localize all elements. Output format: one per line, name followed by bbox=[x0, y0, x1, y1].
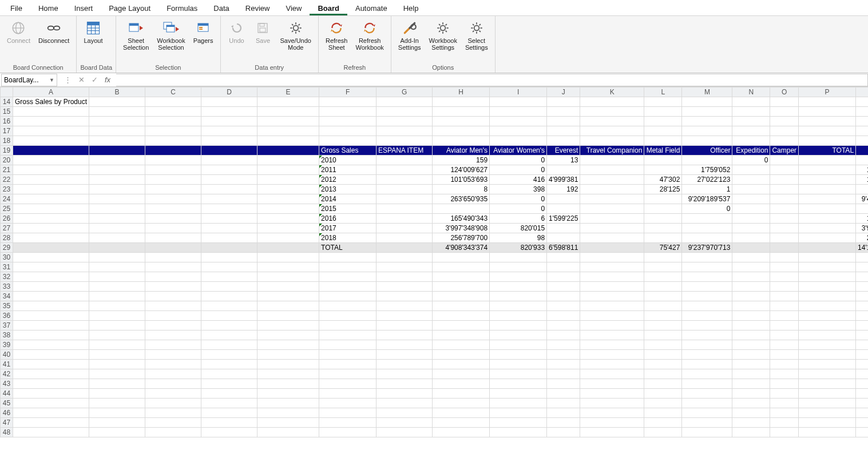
cell-K48[interactable] bbox=[580, 428, 644, 437]
cell-P37[interactable] bbox=[799, 321, 856, 330]
cell-Q47[interactable] bbox=[856, 418, 868, 428]
cell-Q23[interactable]: 28'723 bbox=[856, 185, 868, 194]
cell-A33[interactable] bbox=[13, 282, 89, 292]
cell-G28[interactable] bbox=[376, 233, 433, 243]
cell-J38[interactable] bbox=[547, 330, 580, 340]
cell-M29[interactable]: 9'237'970'713 bbox=[682, 243, 732, 253]
cell-K14[interactable] bbox=[580, 97, 644, 107]
cell-G33[interactable] bbox=[376, 282, 433, 292]
cell-D24[interactable] bbox=[201, 194, 257, 204]
cell-E48[interactable] bbox=[257, 428, 319, 437]
cell-M19[interactable]: Officer bbox=[682, 146, 732, 156]
cell-L31[interactable] bbox=[644, 262, 682, 272]
cell-M46[interactable] bbox=[682, 408, 732, 418]
refresh-workbook-button[interactable]: Refresh Workbook bbox=[352, 18, 387, 52]
cell-L48[interactable] bbox=[644, 428, 682, 437]
cell-O28[interactable] bbox=[770, 233, 799, 243]
cell-H42[interactable] bbox=[433, 369, 490, 379]
cell-L39[interactable] bbox=[644, 340, 682, 350]
cell-N28[interactable] bbox=[732, 233, 770, 243]
cell-P45[interactable] bbox=[799, 399, 856, 408]
cell-L16[interactable] bbox=[644, 117, 682, 126]
cell-H44[interactable] bbox=[433, 389, 490, 399]
cell-O41[interactable] bbox=[770, 360, 799, 369]
cell-D37[interactable] bbox=[201, 321, 257, 330]
cell-C15[interactable] bbox=[145, 107, 201, 117]
cell-F41[interactable] bbox=[319, 360, 376, 369]
cell-C36[interactable] bbox=[145, 311, 201, 321]
cell-O14[interactable] bbox=[770, 97, 799, 107]
disconnect-button[interactable]: Disconnect bbox=[35, 18, 73, 46]
row-header-20[interactable]: 20 bbox=[1, 156, 13, 165]
cell-F45[interactable] bbox=[319, 399, 376, 408]
cell-O36[interactable] bbox=[770, 311, 799, 321]
cell-A19[interactable] bbox=[13, 146, 89, 156]
cell-I43[interactable] bbox=[490, 379, 547, 389]
cell-K27[interactable] bbox=[580, 224, 644, 233]
cell-E38[interactable] bbox=[257, 330, 319, 340]
cell-M38[interactable] bbox=[682, 330, 732, 340]
cell-K15[interactable] bbox=[580, 107, 644, 117]
cell-B18[interactable] bbox=[89, 136, 145, 146]
cell-L30[interactable] bbox=[644, 253, 682, 262]
cell-D21[interactable] bbox=[201, 165, 257, 175]
cell-I23[interactable]: 398 bbox=[490, 185, 547, 194]
sheet-selection-button[interactable]: Sheet Selection bbox=[120, 18, 152, 52]
cell-Q24[interactable]: 9'472'840'472 bbox=[856, 194, 868, 204]
cell-J20[interactable]: 13 bbox=[547, 156, 580, 165]
cell-L18[interactable] bbox=[644, 136, 682, 146]
cell-A30[interactable] bbox=[13, 253, 89, 262]
cell-J25[interactable] bbox=[547, 204, 580, 214]
cell-K38[interactable] bbox=[580, 330, 644, 340]
cell-C16[interactable] bbox=[145, 117, 201, 126]
cell-F36[interactable] bbox=[319, 311, 376, 321]
cell-L40[interactable] bbox=[644, 350, 682, 360]
cell-H32[interactable] bbox=[433, 272, 490, 282]
cell-O34[interactable] bbox=[770, 292, 799, 301]
cell-I37[interactable] bbox=[490, 321, 547, 330]
cell-E42[interactable] bbox=[257, 369, 319, 379]
cell-K45[interactable] bbox=[580, 399, 644, 408]
cell-E32[interactable] bbox=[257, 272, 319, 282]
cell-M23[interactable]: 1 bbox=[682, 185, 732, 194]
cell-P28[interactable] bbox=[799, 233, 856, 243]
cell-N30[interactable] bbox=[732, 253, 770, 262]
row-header-16[interactable]: 16 bbox=[1, 117, 13, 126]
cell-J16[interactable] bbox=[547, 117, 580, 126]
cell-B40[interactable] bbox=[89, 350, 145, 360]
cell-G29[interactable] bbox=[376, 243, 433, 253]
cell-I20[interactable]: 0 bbox=[490, 156, 547, 165]
cell-L22[interactable]: 47'302 bbox=[644, 175, 682, 185]
cell-G31[interactable] bbox=[376, 262, 433, 272]
cell-B22[interactable] bbox=[89, 175, 145, 185]
cell-O37[interactable] bbox=[770, 321, 799, 330]
cell-O16[interactable] bbox=[770, 117, 799, 126]
cell-N25[interactable] bbox=[732, 204, 770, 214]
cell-O24[interactable] bbox=[770, 194, 799, 204]
cell-A24[interactable] bbox=[13, 194, 89, 204]
cell-C27[interactable] bbox=[145, 224, 201, 233]
row-header-35[interactable]: 35 bbox=[1, 301, 13, 311]
col-header-Q[interactable]: Q bbox=[856, 87, 868, 97]
cell-F44[interactable] bbox=[319, 389, 376, 399]
cell-A25[interactable] bbox=[13, 204, 89, 214]
cell-M16[interactable] bbox=[682, 117, 732, 126]
cell-L25[interactable] bbox=[644, 204, 682, 214]
cell-I34[interactable] bbox=[490, 292, 547, 301]
cell-B25[interactable] bbox=[89, 204, 145, 214]
cell-G30[interactable] bbox=[376, 253, 433, 262]
cell-K29[interactable] bbox=[580, 243, 644, 253]
cell-C26[interactable] bbox=[145, 214, 201, 224]
cell-N19[interactable]: Expedition bbox=[732, 146, 770, 156]
cell-H23[interactable]: 8 bbox=[433, 185, 490, 194]
cell-L23[interactable]: 28'125 bbox=[644, 185, 682, 194]
cell-P16[interactable] bbox=[799, 117, 856, 126]
cell-H19[interactable]: Aviator Men's bbox=[433, 146, 490, 156]
cell-G19[interactable]: ESPANA ITEM bbox=[376, 146, 433, 156]
cell-B21[interactable] bbox=[89, 165, 145, 175]
cell-L35[interactable] bbox=[644, 301, 682, 311]
cell-I47[interactable] bbox=[490, 418, 547, 428]
row-header-23[interactable]: 23 bbox=[1, 185, 13, 194]
cell-L20[interactable] bbox=[644, 156, 682, 165]
cell-H16[interactable] bbox=[433, 117, 490, 126]
